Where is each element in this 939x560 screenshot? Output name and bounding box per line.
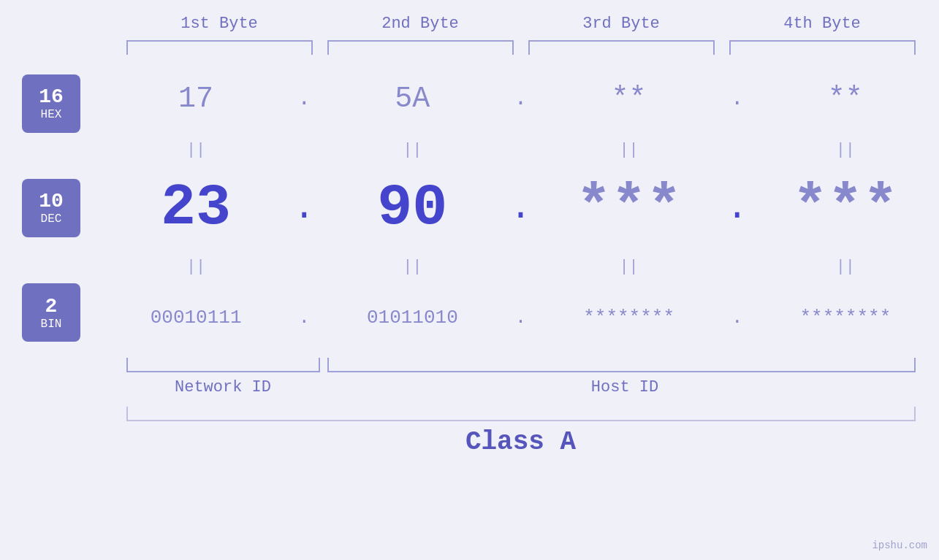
- eq-sign-2: ||: [403, 141, 422, 159]
- dec-val-2: 90: [377, 174, 447, 241]
- eq2-sign-3: ||: [619, 258, 638, 276]
- eq2-cell-1: ||: [102, 258, 289, 276]
- class-label: Class A: [465, 427, 576, 457]
- byte-header-2: 2nd Byte: [320, 15, 521, 33]
- top-brackets: [119, 40, 923, 55]
- eq-cell-4: ||: [752, 141, 939, 159]
- dec-badge-label: DEC: [41, 212, 62, 226]
- eq-sign-4: ||: [836, 141, 855, 159]
- id-labels-row: Network ID Host ID: [119, 378, 923, 396]
- hex-badge: 16 HEX: [22, 74, 80, 133]
- host-id-label: Host ID: [327, 378, 923, 396]
- bin-badge-label: BIN: [41, 318, 62, 331]
- bin-row: 00010111 . 01011010 . ******** . *******…: [102, 281, 939, 354]
- class-bracket-row: [119, 407, 923, 421]
- hex-row: 17 . 5A . ** . **: [102, 62, 939, 135]
- hex-val-1: 17: [178, 83, 213, 115]
- main-container: 1st Byte 2nd Byte 3rd Byte 4th Byte 16 H…: [0, 0, 939, 560]
- equals-row-2: || || || ||: [102, 252, 939, 281]
- hex-val-4: **: [828, 83, 863, 115]
- bottom-brackets-row: [119, 358, 923, 372]
- dec-cell-1: 23: [102, 179, 289, 237]
- bin-val-3: ********: [583, 307, 674, 329]
- hex-cell-1: 17: [102, 83, 289, 115]
- class-label-row: Class A: [119, 427, 923, 457]
- bin-val-1: 00010111: [151, 307, 242, 329]
- eq-sign-3: ||: [619, 141, 638, 159]
- hex-cell-3: **: [536, 83, 723, 115]
- data-grid: 17 . 5A . ** . ** ||: [102, 62, 939, 354]
- dec-row: 23 . 90 . *** . ***: [102, 164, 939, 252]
- equals-row-1: || || || ||: [102, 135, 939, 164]
- bin-cell-3: ********: [536, 307, 723, 329]
- hex-cell-2: 5A: [319, 83, 506, 115]
- hex-badge-num: 16: [39, 85, 64, 108]
- eq2-cell-4: ||: [752, 258, 939, 276]
- dec-badge: 10 DEC: [22, 179, 80, 237]
- eq2-sign-1: ||: [186, 258, 205, 276]
- dec-cell-2: 90: [319, 179, 506, 237]
- dec-dot-2: .: [506, 190, 536, 226]
- hex-val-3: **: [612, 83, 647, 115]
- byte-header-4: 4th Byte: [722, 15, 923, 33]
- dec-val-4: ***: [793, 174, 898, 241]
- main-content-area: 16 HEX 10 DEC 2 BIN 17 . 5A: [0, 62, 939, 354]
- byte-header-3: 3rd Byte: [521, 15, 722, 33]
- bracket-top-3: [528, 40, 715, 55]
- hex-badge-label: HEX: [41, 108, 62, 121]
- dec-cell-4: ***: [752, 179, 939, 237]
- network-id-bracket: [126, 358, 320, 372]
- dec-cell-3: ***: [536, 179, 723, 237]
- byte-headers-row: 1st Byte 2nd Byte 3rd Byte 4th Byte: [119, 15, 923, 33]
- dec-val-3: ***: [577, 174, 682, 241]
- eq2-cell-2: ||: [319, 258, 506, 276]
- bin-dot-2: .: [506, 308, 536, 327]
- hex-cell-4: **: [752, 83, 939, 115]
- hex-dot-1: .: [289, 88, 319, 110]
- bin-cell-1: 00010111: [102, 307, 289, 329]
- network-id-label: Network ID: [126, 378, 320, 396]
- dec-dot-1: .: [289, 190, 319, 226]
- bin-badge-num: 2: [45, 295, 58, 318]
- watermark: ipshu.com: [872, 540, 927, 551]
- bracket-top-2: [327, 40, 514, 55]
- dec-dot-3: .: [723, 190, 752, 226]
- bin-dot-1: .: [289, 308, 319, 327]
- eq-cell-2: ||: [319, 141, 506, 159]
- dec-badge-num: 10: [39, 190, 64, 212]
- base-labels-column: 16 HEX 10 DEC 2 BIN: [0, 62, 102, 354]
- bin-val-2: 01011010: [367, 307, 458, 329]
- eq-cell-1: ||: [102, 141, 289, 159]
- bin-val-4: ********: [799, 307, 891, 329]
- hex-dot-2: .: [506, 88, 536, 110]
- bin-badge: 2 BIN: [22, 283, 80, 342]
- bracket-top-4: [729, 40, 916, 55]
- eq2-sign-2: ||: [403, 258, 422, 276]
- host-id-bracket: [327, 358, 916, 372]
- eq-cell-3: ||: [536, 141, 723, 159]
- byte-header-1: 1st Byte: [119, 15, 320, 33]
- bin-cell-2: 01011010: [319, 307, 506, 329]
- eq2-cell-3: ||: [536, 258, 723, 276]
- eq-sign-1: ||: [186, 141, 205, 159]
- bin-dot-3: .: [723, 308, 752, 327]
- dec-val-1: 23: [161, 174, 231, 241]
- bin-cell-4: ********: [752, 307, 939, 329]
- eq2-sign-4: ||: [836, 258, 855, 276]
- hex-val-2: 5A: [395, 83, 430, 115]
- bracket-top-1: [126, 40, 313, 55]
- hex-dot-3: .: [723, 88, 752, 110]
- class-bracket: [126, 407, 916, 421]
